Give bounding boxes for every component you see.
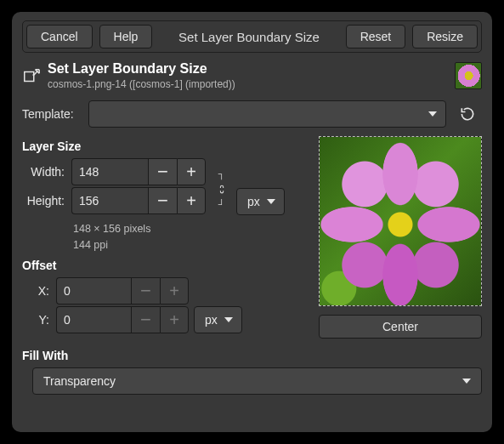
size-hint-ppi: 144 ppi xyxy=(73,237,307,253)
offset-y-label: Y: xyxy=(32,313,56,327)
aspect-link-toggle[interactable]: ┐ ┘ xyxy=(214,166,228,209)
layer-size-unit-combo[interactable]: px xyxy=(236,188,285,215)
dialog-title: Set Layer Boundary Size xyxy=(48,61,448,77)
layer-size-title: Layer Size xyxy=(22,139,307,153)
resize-layer-icon xyxy=(22,67,41,86)
offset-preview[interactable] xyxy=(319,136,482,306)
chevron-down-icon xyxy=(224,317,233,322)
height-input[interactable] xyxy=(71,187,148,214)
chain-broken-icon xyxy=(216,184,227,195)
layer-size-unit-value: px xyxy=(247,195,260,208)
width-row: Width: − + xyxy=(22,158,206,185)
reset-button[interactable]: Reset xyxy=(346,25,406,48)
template-reset-button[interactable] xyxy=(453,100,482,128)
width-increment-button[interactable]: + xyxy=(177,158,206,185)
height-decrement-button[interactable]: − xyxy=(148,187,177,214)
resize-button[interactable]: Resize xyxy=(412,25,478,48)
height-label: Height: xyxy=(22,194,71,208)
layer-thumbnail xyxy=(455,62,482,89)
width-input[interactable] xyxy=(71,158,148,185)
offset-x-decrement-button: − xyxy=(131,277,160,305)
chevron-down-icon xyxy=(462,379,471,384)
width-label: Width: xyxy=(22,165,71,179)
toolbar: Cancel Help Set Layer Boundary Size Rese… xyxy=(22,20,482,53)
offset-y-input[interactable] xyxy=(56,306,131,333)
fill-with-value: Transparency xyxy=(43,374,116,388)
fill-with-title: Fill With xyxy=(22,349,482,362)
fill-with-combo[interactable]: Transparency xyxy=(32,367,482,395)
offset-unit-value: px xyxy=(205,313,218,327)
chevron-down-icon xyxy=(428,111,437,117)
offset-y-row: Y: − + px xyxy=(32,306,307,334)
offset-x-increment-button: + xyxy=(160,277,189,305)
dialog: Cancel Help Set Layer Boundary Size Rese… xyxy=(12,12,492,432)
dialog-subtitle: cosmos-1.png-14 ([cosmos-1] (imported)) xyxy=(48,78,448,90)
height-row: Height: − + xyxy=(22,187,206,214)
size-hint-dims: 148 × 156 pixels xyxy=(73,221,307,237)
center-button[interactable]: Center xyxy=(319,315,482,339)
link-bracket-bottom-icon: ┘ xyxy=(218,200,224,209)
link-bracket-top-icon: ┐ xyxy=(218,169,224,179)
offset-x-label: X: xyxy=(32,284,56,298)
svg-rect-0 xyxy=(25,72,34,82)
offset-y-increment-button: + xyxy=(160,306,189,333)
preview-image xyxy=(320,137,481,305)
chevron-down-icon xyxy=(267,199,275,204)
offset-unit-combo[interactable]: px xyxy=(194,306,242,333)
window-title: Set Layer Boundary Size xyxy=(159,30,338,44)
help-button[interactable]: Help xyxy=(99,25,153,48)
offset-title: Offset xyxy=(22,259,307,272)
size-hint: 148 × 156 pixels 144 ppi xyxy=(73,221,307,253)
height-increment-button[interactable]: + xyxy=(177,187,206,214)
template-row: Template: xyxy=(22,100,482,128)
template-label: Template: xyxy=(22,107,82,121)
offset-x-row: X: − + xyxy=(32,277,307,305)
template-combo[interactable] xyxy=(88,100,446,128)
width-decrement-button[interactable]: − xyxy=(148,158,177,185)
offset-y-decrement-button: − xyxy=(131,306,160,333)
offset-x-input[interactable] xyxy=(56,277,131,305)
dialog-header: Set Layer Boundary Size cosmos-1.png-14 … xyxy=(22,61,482,90)
cancel-button[interactable]: Cancel xyxy=(26,25,93,48)
